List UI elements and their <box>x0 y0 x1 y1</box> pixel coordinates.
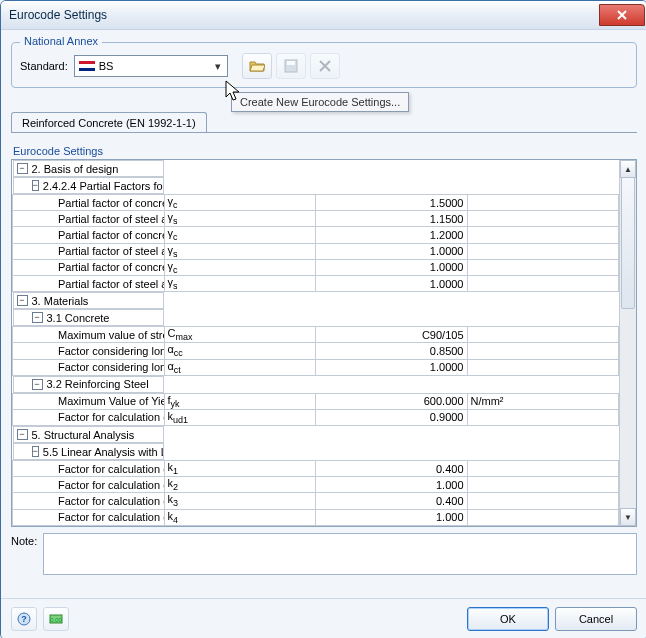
param-unit <box>467 359 619 375</box>
table-row[interactable]: Partial factor of concrete at the ultima… <box>13 195 619 211</box>
national-annex-group: National Annex Standard: BS ▾ <box>11 42 637 88</box>
table-row[interactable]: −2. Basis of design <box>13 160 619 177</box>
collapse-icon[interactable]: − <box>32 312 43 323</box>
table-row[interactable]: −5. Structural Analysis <box>13 426 619 444</box>
delete-settings-button[interactable] <box>310 53 340 79</box>
collapse-icon[interactable]: − <box>32 379 43 390</box>
save-settings-button[interactable] <box>276 53 306 79</box>
param-symbol: αct <box>164 359 316 375</box>
table-row[interactable]: −3. Materials <box>13 292 619 310</box>
national-annex-legend: National Annex <box>20 35 102 47</box>
collapse-icon[interactable]: − <box>32 180 39 191</box>
svg-rect-1 <box>287 61 295 65</box>
table-row[interactable]: Partial factor of concrete at the servic… <box>13 259 619 275</box>
standard-label: Standard: <box>20 60 68 72</box>
collapse-icon[interactable]: − <box>17 429 28 440</box>
param-value: 1.000 <box>316 509 468 525</box>
table-row[interactable]: Factor for calculation of redistribution… <box>13 493 619 509</box>
param-symbol: k4 <box>164 509 316 525</box>
table-row[interactable]: −5.5 Linear Analysis with Limited Redist… <box>13 443 619 461</box>
new-settings-button[interactable] <box>242 53 272 79</box>
param-symbol: γs <box>164 243 316 259</box>
save-icon <box>283 58 299 74</box>
param-label: Factor for calculation of redistribution… <box>13 509 165 525</box>
table-row[interactable]: Maximum value of strength class of concr… <box>13 327 619 343</box>
collapse-icon[interactable]: − <box>17 295 28 306</box>
table-row[interactable]: Partial factor of steel at the ultimate … <box>13 211 619 227</box>
param-symbol: αcc <box>164 343 316 359</box>
param-value: 1.0000 <box>316 243 468 259</box>
scroll-up-button[interactable]: ▲ <box>620 160 636 178</box>
standard-combo[interactable]: BS ▾ <box>74 55 228 77</box>
table-row[interactable]: Factor for calculation of redistribution… <box>13 461 619 477</box>
table-row[interactable]: Partial factor of steel at the serviceab… <box>13 275 619 291</box>
note-label: Note: <box>11 533 37 575</box>
table-row[interactable]: Maximum Value of Yield Strengthfyk600.00… <box>13 393 619 409</box>
vertical-scrollbar[interactable]: ▲ ▼ <box>619 160 636 526</box>
table-row[interactable]: Factor for calculation of redistribution… <box>13 525 619 526</box>
param-label: Partial factor of steel at the serviceab… <box>13 275 165 291</box>
table-row[interactable]: Factor for calculation of redistribution… <box>13 477 619 493</box>
param-unit <box>467 409 619 425</box>
ok-button[interactable]: OK <box>467 607 549 631</box>
scroll-down-button[interactable]: ▼ <box>620 508 636 526</box>
param-label: Factor for calculation of redistribution… <box>13 525 165 526</box>
collapse-icon[interactable]: − <box>17 163 28 174</box>
table-row[interactable]: Factor for calculation of redistribution… <box>13 509 619 525</box>
param-label: Factor for calculation of redistribution… <box>13 461 165 477</box>
param-label: Factor considering long term actions on … <box>13 359 165 375</box>
window-title: Eurocode Settings <box>9 8 599 22</box>
tooltip: Create New Eurocode Settings... <box>231 92 409 112</box>
chevron-down-icon: ▾ <box>211 58 225 74</box>
folder-open-icon <box>249 58 265 74</box>
param-unit <box>467 243 619 259</box>
param-unit <box>467 525 619 526</box>
param-symbol: γs <box>164 211 316 227</box>
param-value: 1.2000 <box>316 227 468 243</box>
param-unit <box>467 195 619 211</box>
note-textarea[interactable] <box>43 533 637 575</box>
param-symbol: k2 <box>164 477 316 493</box>
param-unit <box>467 227 619 243</box>
table-row[interactable]: Factor for calculation of the design val… <box>13 409 619 425</box>
table-row[interactable]: Partial factor of concrete at the ultima… <box>13 227 619 243</box>
help-icon: ? <box>17 612 31 626</box>
help-button[interactable]: ? <box>11 607 37 631</box>
param-symbol: γc <box>164 259 316 275</box>
table-row[interactable]: −3.1 Concrete <box>13 309 619 327</box>
param-value: 1.1500 <box>316 211 468 227</box>
close-icon <box>617 10 627 20</box>
content-area: National Annex Standard: BS ▾ <box>1 30 646 598</box>
param-value: 0.400 <box>316 461 468 477</box>
collapse-icon[interactable]: − <box>32 446 39 457</box>
param-label: Factor for calculation of redistribution… <box>13 493 165 509</box>
table-row[interactable]: Factor considering long term actions on … <box>13 343 619 359</box>
param-symbol: γc <box>164 227 316 243</box>
param-symbol: k5 <box>164 525 316 526</box>
cancel-button[interactable]: Cancel <box>555 607 637 631</box>
param-value: C90/105 <box>316 327 468 343</box>
tab-reinforced-concrete[interactable]: Reinforced Concrete (EN 1992-1-1) <box>11 112 207 133</box>
param-symbol: k3 <box>164 493 316 509</box>
table-row[interactable]: Partial factor of steel at the ultimate … <box>13 243 619 259</box>
table-row[interactable]: −3.2 Reinforcing Steel <box>13 375 619 393</box>
param-unit <box>467 461 619 477</box>
param-unit <box>467 259 619 275</box>
scroll-thumb[interactable] <box>621 177 635 309</box>
table-row[interactable]: −2.4.2.4 Partial Factors for Materials <box>13 177 619 195</box>
uk-flag-icon <box>79 61 95 71</box>
close-button[interactable] <box>599 4 645 26</box>
units-icon: 0.00 <box>49 612 63 626</box>
units-button[interactable]: 0.00 <box>43 607 69 631</box>
param-label: Partial factor of concrete at the ultima… <box>13 227 165 243</box>
param-value: 1.0000 <box>316 359 468 375</box>
tabs: Reinforced Concrete (EN 1992-1-1) <box>11 112 637 133</box>
param-value: 1.0000 <box>316 259 468 275</box>
param-label: Partial factor of concrete at the servic… <box>13 259 165 275</box>
table-row[interactable]: Factor considering long term actions on … <box>13 359 619 375</box>
svg-text:?: ? <box>21 614 27 624</box>
param-unit <box>467 509 619 525</box>
param-value: 1.0000 <box>316 275 468 291</box>
param-symbol: k1 <box>164 461 316 477</box>
param-value: 0.8500 <box>316 343 468 359</box>
